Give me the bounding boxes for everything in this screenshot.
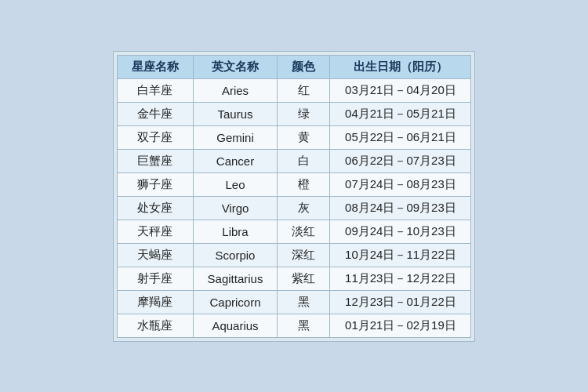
cell-english-name: Scorpio xyxy=(193,243,278,267)
table-row: 狮子座Leo橙07月24日－08月23日 xyxy=(117,172,471,196)
header-chinese-name: 星座名称 xyxy=(117,55,193,78)
cell-english-name: Cancer xyxy=(193,149,278,172)
cell-english-name: Libra xyxy=(193,220,278,243)
header-color: 颜色 xyxy=(278,55,330,78)
cell-color: 灰 xyxy=(278,196,330,220)
cell-chinese-name: 巨蟹座 xyxy=(117,149,193,172)
cell-dates: 04月21日－05月21日 xyxy=(330,102,471,125)
cell-color: 红 xyxy=(278,78,330,102)
header-english-name: 英文名称 xyxy=(193,55,278,78)
cell-dates: 09月24日－10月23日 xyxy=(330,220,471,243)
cell-dates: 12月23日－01月22日 xyxy=(330,290,471,314)
cell-chinese-name: 水瓶座 xyxy=(117,314,193,337)
cell-english-name: Virgo xyxy=(193,196,278,220)
table-row: 摩羯座Capricorn黑12月23日－01月22日 xyxy=(117,290,471,314)
cell-chinese-name: 金牛座 xyxy=(117,102,193,125)
table-row: 天蝎座Scorpio深红10月24日－11月22日 xyxy=(117,243,471,267)
cell-chinese-name: 天蝎座 xyxy=(117,243,193,267)
cell-dates: 05月22日－06月21日 xyxy=(330,125,471,149)
cell-chinese-name: 射手座 xyxy=(117,267,193,290)
cell-dates: 07月24日－08月23日 xyxy=(330,172,471,196)
cell-english-name: Leo xyxy=(193,172,278,196)
cell-color: 黑 xyxy=(278,314,330,337)
zodiac-table: 星座名称 英文名称 颜色 出生日期（阳历） 白羊座Aries红03月21日－04… xyxy=(117,55,472,338)
cell-color: 白 xyxy=(278,149,330,172)
cell-chinese-name: 摩羯座 xyxy=(117,290,193,314)
cell-english-name: Capricorn xyxy=(193,290,278,314)
cell-chinese-name: 白羊座 xyxy=(117,78,193,102)
cell-english-name: Gemini xyxy=(193,125,278,149)
cell-color: 黄 xyxy=(278,125,330,149)
table-row: 白羊座Aries红03月21日－04月20日 xyxy=(117,78,471,102)
table-header-row: 星座名称 英文名称 颜色 出生日期（阳历） xyxy=(117,55,471,78)
cell-color: 紫红 xyxy=(278,267,330,290)
cell-dates: 11月23日－12月22日 xyxy=(330,267,471,290)
cell-english-name: Aries xyxy=(193,78,278,102)
table-body: 白羊座Aries红03月21日－04月20日金牛座Taurus绿04月21日－0… xyxy=(117,78,471,337)
table-row: 金牛座Taurus绿04月21日－05月21日 xyxy=(117,102,471,125)
cell-english-name: Taurus xyxy=(193,102,278,125)
zodiac-table-container: 星座名称 英文名称 颜色 出生日期（阳历） 白羊座Aries红03月21日－04… xyxy=(113,51,476,342)
cell-dates: 01月21日－02月19日 xyxy=(330,314,471,337)
table-row: 射手座Sagittarius紫红11月23日－12月22日 xyxy=(117,267,471,290)
header-dates: 出生日期（阳历） xyxy=(330,55,471,78)
table-row: 处女座Virgo灰08月24日－09月23日 xyxy=(117,196,471,220)
cell-color: 绿 xyxy=(278,102,330,125)
cell-chinese-name: 狮子座 xyxy=(117,172,193,196)
cell-english-name: Sagittarius xyxy=(193,267,278,290)
cell-color: 深红 xyxy=(278,243,330,267)
cell-dates: 06月22日－07月23日 xyxy=(330,149,471,172)
cell-dates: 08月24日－09月23日 xyxy=(330,196,471,220)
cell-color: 淡红 xyxy=(278,220,330,243)
cell-chinese-name: 天秤座 xyxy=(117,220,193,243)
cell-chinese-name: 双子座 xyxy=(117,125,193,149)
table-row: 巨蟹座Cancer白06月22日－07月23日 xyxy=(117,149,471,172)
table-row: 水瓶座Aquarius黑01月21日－02月19日 xyxy=(117,314,471,337)
cell-color: 黑 xyxy=(278,290,330,314)
cell-color: 橙 xyxy=(278,172,330,196)
cell-dates: 03月21日－04月20日 xyxy=(330,78,471,102)
cell-dates: 10月24日－11月22日 xyxy=(330,243,471,267)
table-row: 双子座Gemini黄05月22日－06月21日 xyxy=(117,125,471,149)
cell-english-name: Aquarius xyxy=(193,314,278,337)
table-row: 天秤座Libra淡红09月24日－10月23日 xyxy=(117,220,471,243)
cell-chinese-name: 处女座 xyxy=(117,196,193,220)
